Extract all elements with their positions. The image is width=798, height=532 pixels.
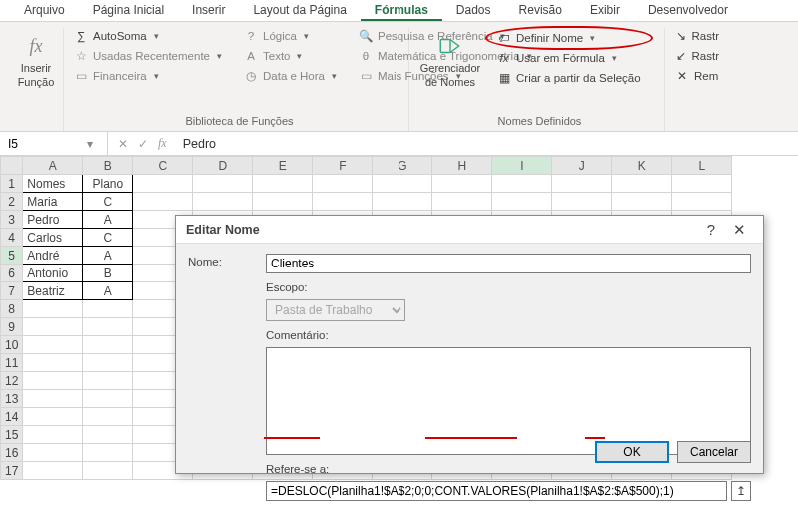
formula-input[interactable]: Pedro xyxy=(177,137,798,151)
row-header[interactable]: 1 xyxy=(1,175,23,193)
cell[interactable] xyxy=(552,175,612,193)
cell[interactable]: A xyxy=(83,282,133,300)
cell[interactable] xyxy=(313,193,373,211)
cell[interactable] xyxy=(23,318,83,336)
cell[interactable]: Nomes xyxy=(23,175,83,193)
col-header-c[interactable]: C xyxy=(133,157,193,175)
logica-button[interactable]: ?Lógica▾ xyxy=(240,28,341,44)
row-header[interactable]: 11 xyxy=(1,354,23,372)
cell[interactable] xyxy=(23,462,83,480)
tab-exibir[interactable]: Exibir xyxy=(576,0,634,21)
refersto-input[interactable] xyxy=(266,481,727,501)
col-header-d[interactable]: D xyxy=(193,157,253,175)
cell[interactable] xyxy=(83,426,133,444)
row-header[interactable]: 10 xyxy=(1,336,23,354)
col-header-f[interactable]: F xyxy=(313,157,373,175)
cell[interactable]: Plano xyxy=(83,175,133,193)
remove-arrows-button[interactable]: ✕Rem xyxy=(671,68,723,84)
cell[interactable]: Pedro xyxy=(23,211,83,229)
cell[interactable] xyxy=(492,175,552,193)
texto-button[interactable]: ATexto▾ xyxy=(240,48,341,64)
cell[interactable] xyxy=(193,175,253,193)
define-name-button[interactable]: 🏷Definir Nome▾ xyxy=(493,30,645,46)
tab-formulas[interactable]: Fórmulas xyxy=(361,0,442,21)
name-input[interactable] xyxy=(266,254,751,273)
cell[interactable] xyxy=(552,193,612,211)
col-header-j[interactable]: J xyxy=(552,157,612,175)
col-header-k[interactable]: K xyxy=(612,157,672,175)
range-picker-button[interactable]: ↥ xyxy=(731,481,751,501)
use-formula-button[interactable]: fxUsar em Fórmula▾ xyxy=(493,50,645,66)
cell[interactable] xyxy=(373,193,432,211)
tab-desenvolvedor[interactable]: Desenvolvedor xyxy=(634,0,742,21)
col-header-e[interactable]: E xyxy=(253,157,313,175)
tab-pagina-inicial[interactable]: Página Inicial xyxy=(79,0,178,21)
row-header[interactable]: 12 xyxy=(1,372,23,390)
cell[interactable]: Maria xyxy=(23,193,83,211)
insert-function-button[interactable]: fx Inserir Função xyxy=(8,28,64,88)
cell[interactable] xyxy=(83,408,133,426)
cell[interactable] xyxy=(253,175,313,193)
autosoma-button[interactable]: ∑AutoSoma▾ xyxy=(70,28,226,44)
datahora-button[interactable]: ◷Data e Hora▾ xyxy=(240,68,341,84)
cell[interactable] xyxy=(83,354,133,372)
row-header[interactable]: 16 xyxy=(1,444,23,462)
cell[interactable] xyxy=(193,193,253,211)
row-header[interactable]: 5 xyxy=(1,247,23,265)
row-header[interactable]: 6 xyxy=(1,265,23,282)
financeira-button[interactable]: ▭Financeira▾ xyxy=(70,68,226,84)
row-header[interactable]: 13 xyxy=(1,390,23,408)
col-header-i[interactable]: I xyxy=(492,157,552,175)
row-header[interactable]: 8 xyxy=(1,300,23,318)
tab-inserir[interactable]: Inserir xyxy=(178,0,239,21)
cell[interactable] xyxy=(23,444,83,462)
cell[interactable] xyxy=(672,193,732,211)
row-header[interactable]: 14 xyxy=(1,408,23,426)
cell[interactable] xyxy=(133,193,193,211)
cell[interactable] xyxy=(432,175,492,193)
col-header-g[interactable]: G xyxy=(373,157,432,175)
cell[interactable] xyxy=(253,193,313,211)
row-header[interactable]: 3 xyxy=(1,211,23,229)
col-header-h[interactable]: H xyxy=(432,157,492,175)
col-header-l[interactable]: L xyxy=(672,157,732,175)
cell[interactable]: C xyxy=(83,193,133,211)
row-header[interactable]: 9 xyxy=(1,318,23,336)
trace-precedents-button[interactable]: ↘Rastr xyxy=(671,28,723,44)
fx-icon-bar[interactable]: fx xyxy=(158,136,167,151)
cell[interactable] xyxy=(23,354,83,372)
cell[interactable]: Carlos xyxy=(23,229,83,247)
cell[interactable] xyxy=(672,175,732,193)
name-box-input[interactable] xyxy=(0,136,80,152)
cell[interactable] xyxy=(83,300,133,318)
cell[interactable] xyxy=(373,175,432,193)
cell[interactable] xyxy=(83,336,133,354)
cancel-button[interactable]: Cancelar xyxy=(677,441,751,463)
cancel-icon[interactable]: ✕ xyxy=(118,137,128,151)
cell[interactable] xyxy=(23,372,83,390)
cell[interactable] xyxy=(432,193,492,211)
cell[interactable]: A xyxy=(83,211,133,229)
cell[interactable] xyxy=(23,300,83,318)
dialog-close-button[interactable]: ✕ xyxy=(725,221,753,239)
enter-icon[interactable]: ✓ xyxy=(138,137,148,151)
select-all-corner[interactable] xyxy=(1,157,23,175)
create-from-selection-button[interactable]: ▦Criar a partir da Seleção xyxy=(493,70,645,86)
trace-dependents-button[interactable]: ↙Rastr xyxy=(671,48,723,64)
cell[interactable] xyxy=(83,318,133,336)
cell[interactable]: A xyxy=(83,247,133,265)
cell[interactable] xyxy=(612,175,672,193)
tab-arquivo[interactable]: Arquivo xyxy=(10,0,79,21)
col-header-a[interactable]: A xyxy=(23,157,83,175)
cell[interactable] xyxy=(23,408,83,426)
cell[interactable] xyxy=(313,175,373,193)
cell[interactable] xyxy=(83,390,133,408)
cell[interactable] xyxy=(492,193,552,211)
cell[interactable] xyxy=(83,372,133,390)
recent-button[interactable]: ☆Usadas Recentemente▾ xyxy=(70,48,226,64)
cell[interactable]: André xyxy=(23,247,83,265)
dialog-titlebar[interactable]: Editar Nome ? ✕ xyxy=(176,216,763,244)
cell[interactable]: C xyxy=(83,229,133,247)
cell[interactable] xyxy=(133,175,193,193)
cell[interactable] xyxy=(83,462,133,480)
